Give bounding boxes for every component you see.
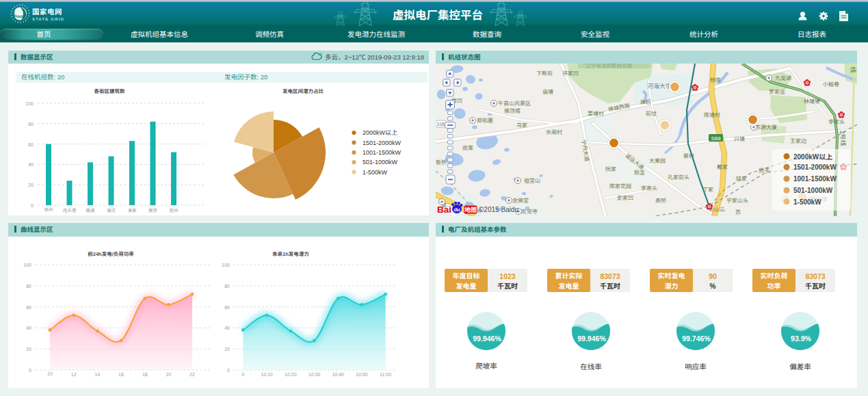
svg-text:60: 60 (224, 305, 230, 310)
svg-text:40: 40 (28, 162, 34, 167)
svg-text:501-1000kW: 501-1000kW (793, 187, 833, 194)
svg-text:下断石: 下断石 (536, 70, 553, 77)
svg-text:地图: 地图 (464, 207, 477, 213)
svg-text:皮库: 皮库 (462, 145, 473, 151)
svg-text:S88: S88 (711, 135, 721, 142)
svg-text:10:50: 10:50 (356, 372, 368, 377)
svg-text:83073: 83073 (600, 272, 620, 280)
svg-text:南京: 南京 (148, 208, 158, 213)
svg-text:兴塘: 兴塘 (734, 136, 745, 142)
svg-text:%: % (710, 282, 716, 290)
svg-text:10: 10 (47, 371, 53, 376)
svg-text:10:30: 10:30 (308, 372, 321, 377)
svg-text:杨陈: 杨陈 (710, 77, 721, 83)
svg-text:Bai: Bai (437, 204, 451, 215)
svg-text:60: 60 (26, 305, 31, 310)
svg-text:千瓦时: 千瓦时 (805, 282, 826, 290)
svg-text:100: 100 (25, 101, 34, 106)
svg-text:徐州: 徐州 (44, 207, 53, 212)
svg-text:罗家庄: 罗家庄 (769, 89, 785, 95)
svg-text:40: 40 (26, 326, 31, 330)
svg-text:未来1h发电潜力: 未来1h发电潜力 (272, 251, 309, 257)
svg-text:©2015 Baidu: ©2015 Baidu (479, 206, 518, 213)
svg-text:2000kW以上: 2000kW以上 (363, 129, 397, 136)
svg-text:实时负荷: 实时负荷 (761, 272, 788, 280)
svg-text:20: 20 (28, 183, 34, 187)
svg-text:江宁台湾农民创业园: 江宁台湾农民创业园 (586, 64, 632, 69)
svg-text:在线机组数: 20: 在线机组数: 20 (21, 73, 64, 81)
svg-text:106: 106 (436, 121, 445, 127)
svg-text:501-1000kW: 501-1000kW (363, 159, 398, 166)
svg-text:庙塘: 庙塘 (542, 89, 553, 95)
svg-text:爬坡率: 爬坡率 (475, 362, 497, 370)
svg-text:在线率: 在线率 (580, 362, 602, 371)
svg-text:阮家: 阮家 (605, 166, 616, 172)
svg-text:99.746%: 99.746% (682, 334, 711, 343)
svg-text:九龙湖: 九龙湖 (775, 75, 791, 81)
svg-text:祖堂山: 祖堂山 (524, 178, 540, 184)
svg-text:宇家山头: 宇家山头 (726, 198, 748, 204)
svg-text:实时发电: 实时发电 (658, 272, 685, 280)
svg-text:年度目标: 年度目标 (453, 272, 480, 280)
svg-text:牛首山风景区: 牛首山风景区 (498, 101, 531, 107)
svg-text:80: 80 (28, 122, 34, 127)
svg-text:康后: 康后 (640, 99, 651, 105)
svg-text:李家头: 李家头 (828, 119, 845, 125)
svg-text:小殷巷: 小殷巷 (823, 81, 839, 88)
svg-text:20: 20 (224, 347, 230, 352)
svg-text:陆家: 陆家 (736, 176, 747, 182)
svg-text:板桥: 板桥 (436, 159, 447, 166)
svg-text:连云港: 连云港 (63, 208, 77, 213)
svg-text:乌家: 乌家 (516, 122, 527, 129)
svg-text:大果园: 大果园 (649, 158, 666, 164)
svg-text:发电量: 发电量 (559, 282, 579, 290)
svg-text:陈家花园: 陈家花园 (609, 183, 631, 189)
svg-text:扬州: 扬州 (170, 208, 179, 213)
svg-text:100: 100 (222, 263, 230, 267)
svg-text:前24h发电/负荷功率: 前24h发电/负荷功率 (88, 251, 134, 257)
svg-text:0: 0 (227, 368, 230, 373)
svg-text:史家凹: 史家凹 (617, 195, 633, 201)
svg-text:1501-2000kW: 1501-2000kW (793, 163, 837, 171)
svg-text:10:40: 10:40 (332, 372, 344, 377)
svg-text:郑和墓: 郑和墓 (477, 118, 493, 124)
svg-text:80: 80 (224, 284, 230, 289)
svg-text:南通: 南通 (86, 208, 96, 213)
svg-text:菜塘村: 菜塘村 (588, 111, 604, 117)
svg-text:戴家: 戴家 (717, 164, 728, 170)
svg-text:潜力: 潜力 (665, 282, 679, 290)
svg-text:1-500kW: 1-500kW (793, 198, 821, 206)
svg-text:丁家: 丁家 (702, 187, 713, 193)
svg-text:宏觉寺: 宏觉寺 (521, 209, 538, 215)
svg-text:前坟: 前坟 (646, 111, 657, 117)
svg-text:淮安: 淮安 (128, 208, 137, 213)
svg-text:蔡村: 蔡村 (683, 153, 694, 159)
svg-text:偏差率: 偏差率 (789, 362, 811, 371)
svg-text:100: 100 (23, 263, 31, 267)
svg-text:河海大学: 河海大学 (647, 83, 672, 90)
svg-text:宿迁: 宿迁 (107, 208, 116, 213)
svg-text:1501-2000kW: 1501-2000kW (363, 140, 402, 146)
svg-text:水阁村: 水阁村 (546, 129, 562, 135)
svg-text:王家边: 王家边 (790, 138, 806, 144)
svg-text:16: 16 (118, 372, 124, 377)
svg-text:20: 20 (166, 372, 172, 377)
svg-text:14: 14 (95, 372, 101, 377)
svg-text:10:20: 10:20 (285, 372, 297, 377)
svg-text:83073: 83073 (805, 272, 825, 280)
svg-text:陈塘村: 陈塘村 (704, 112, 720, 118)
svg-text:1001-1500kW: 1001-1500kW (363, 149, 402, 156)
svg-text:线: 线 (850, 66, 857, 73)
svg-text:孔家前头: 孔家前头 (668, 174, 689, 181)
svg-text:99.946%: 99.946% (473, 334, 501, 343)
svg-text:22: 22 (189, 372, 195, 377)
svg-text:发电区间潜力占比: 发电区间潜力占比 (282, 88, 324, 94)
svg-text:李高头: 李高头 (641, 185, 657, 192)
svg-text:1001-1500kW: 1001-1500kW (793, 175, 837, 183)
svg-text:60: 60 (28, 142, 34, 147)
svg-text:千瓦时: 千瓦时 (497, 282, 518, 290)
svg-text:0: 0 (29, 368, 31, 373)
svg-text:许家凹: 许家凹 (562, 70, 579, 77)
svg-text:20: 20 (26, 347, 31, 352)
svg-text:40: 40 (224, 326, 230, 330)
